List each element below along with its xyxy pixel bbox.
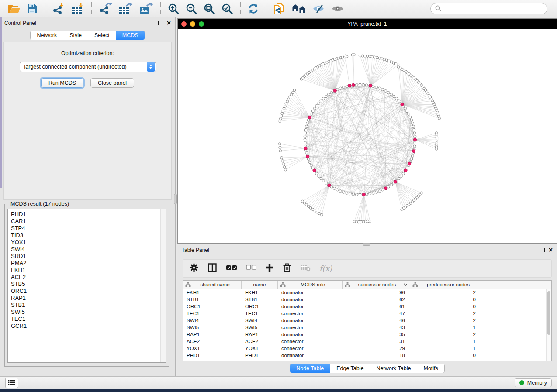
- mcds-result-item[interactable]: CAR1: [11, 218, 166, 225]
- float-panel-icon[interactable]: [158, 21, 163, 25]
- zoom-out-button[interactable]: [183, 2, 201, 16]
- table-row[interactable]: FKH1 FKH1 dominator 96 2: [183, 289, 551, 296]
- mcds-result-item[interactable]: SWI4: [11, 246, 166, 253]
- zoom-in-button[interactable]: [165, 2, 183, 16]
- horizontal-splitter-handle[interactable]: [363, 243, 370, 246]
- float-panel-icon[interactable]: [540, 248, 545, 252]
- mcds-result-item[interactable]: STB5: [11, 281, 166, 288]
- criterion-dropdown[interactable]: largest connected component (undirected): [20, 62, 156, 72]
- scrollbar-thumb[interactable]: [547, 291, 550, 335]
- mcds-result-item[interactable]: SWI5: [11, 309, 166, 316]
- tab-motifs[interactable]: Motifs: [417, 364, 444, 373]
- mcds-result-item[interactable]: YOX1: [11, 239, 166, 246]
- search-field[interactable]: [430, 3, 547, 14]
- mcds-result-item[interactable]: PMA2: [11, 260, 166, 267]
- minimize-traffic-light[interactable]: [190, 21, 195, 27]
- function-builder-button[interactable]: f(x): [319, 264, 332, 273]
- table-row[interactable]: SWI4 SWI4 dominator 46 2: [183, 317, 551, 324]
- tab-edge-table[interactable]: Edge Table: [330, 364, 370, 373]
- settings-gear-button[interactable]: [189, 263, 199, 274]
- open-file-button[interactable]: [4, 2, 24, 16]
- export-network-button[interactable]: [96, 2, 115, 16]
- mcds-result-item[interactable]: SRD1: [11, 253, 166, 260]
- column-header-mcds-role[interactable]: MCDS role: [278, 281, 343, 289]
- tab-network[interactable]: Network: [31, 31, 63, 40]
- memory-button[interactable]: Memory: [515, 378, 552, 387]
- close-panel-button[interactable]: Close panel: [90, 78, 134, 88]
- task-history-button[interactable]: [5, 378, 18, 388]
- mcds-result-item[interactable]: PHD1: [11, 211, 166, 218]
- zoom-selected-button[interactable]: [218, 2, 236, 16]
- table-row[interactable]: YOX1 YOX1 connector 29 1: [183, 345, 551, 352]
- mcds-result-item[interactable]: RAP1: [11, 295, 166, 302]
- export-table-button[interactable]: [115, 2, 136, 16]
- tab-network-table[interactable]: Network Table: [370, 364, 418, 373]
- mcds-result-item[interactable]: STB1: [11, 302, 166, 309]
- column-header-successor-nodes[interactable]: successor nodes: [343, 281, 410, 289]
- network-canvas[interactable]: [178, 29, 557, 243]
- mcds-result-item[interactable]: ACE2: [11, 274, 166, 281]
- table-row[interactable]: ORC1 ORC1 dominator 61 0: [183, 303, 551, 310]
- delete-table-button[interactable]: [300, 264, 311, 273]
- table-panel: Table Panel ×: [177, 245, 557, 376]
- table-row[interactable]: SWI5 SWI5 connector 43 1: [183, 324, 551, 331]
- run-mcds-button[interactable]: Run MCDS: [41, 78, 83, 88]
- table-row[interactable]: STB1 STB1 dominator 62 0: [183, 296, 551, 303]
- column-header-predecessor-nodes[interactable]: predecessor nodes: [410, 281, 481, 289]
- mcds-result-item[interactable]: TID3: [11, 232, 166, 239]
- close-panel-icon[interactable]: ×: [549, 248, 553, 253]
- column-header-shared-name[interactable]: shared name: [183, 281, 242, 289]
- add-entry-button[interactable]: [265, 263, 274, 274]
- gear-icon: [189, 263, 199, 272]
- toolbar-separator: [91, 2, 92, 15]
- network-graph[interactable]: [178, 29, 557, 243]
- table-row[interactable]: TEC1 TEC1 connector 47 2: [183, 310, 551, 317]
- export-image-button[interactable]: [136, 2, 156, 16]
- home-views-button[interactable]: [288, 2, 309, 16]
- control-panel: Control Panel × Network Style Select MCD…: [0, 17, 176, 376]
- tab-node-table[interactable]: Node Table: [290, 364, 330, 373]
- table-body: FKH1 FKH1 dominator 96 2 STB1 STB1 domin…: [183, 289, 551, 359]
- tree-icon: [185, 282, 191, 287]
- zoom-in-icon: [168, 3, 180, 14]
- table-row[interactable]: ACE2 ACE2 connector 31 1: [183, 338, 551, 345]
- table-scrollbar[interactable]: [546, 289, 551, 361]
- mcds-result-list[interactable]: PHD1CAR1STP4TID3YOX1SWI4SRD1PMA2FKH1ACE2…: [7, 209, 166, 363]
- import-network-button[interactable]: [49, 2, 68, 16]
- table-row[interactable]: PHD1 PHD1 dominator 18 0: [183, 352, 551, 359]
- tab-style[interactable]: Style: [63, 31, 88, 40]
- mcds-result-item[interactable]: ORC1: [11, 288, 166, 295]
- close-traffic-light[interactable]: [181, 21, 187, 27]
- dropdown-stepper-icon: [147, 62, 155, 72]
- deselect-all-button[interactable]: [246, 265, 256, 272]
- tab-select[interactable]: Select: [88, 31, 116, 40]
- toolbar-separator: [266, 2, 266, 15]
- refresh-icon: [248, 3, 259, 14]
- mcds-result-item[interactable]: TEC1: [11, 316, 166, 323]
- show-column-button[interactable]: [208, 263, 217, 274]
- save-session-button[interactable]: [24, 2, 41, 16]
- delete-entry-button[interactable]: [283, 263, 291, 274]
- mcds-result-item[interactable]: STP4: [11, 225, 166, 232]
- close-panel-icon[interactable]: ×: [167, 21, 171, 26]
- vertical-splitter-handle[interactable]: [174, 194, 177, 204]
- show-panel-button[interactable]: [329, 2, 347, 16]
- column-header-name[interactable]: name: [242, 281, 278, 289]
- list-scrollbar[interactable]: [160, 209, 166, 362]
- column-header-filler: [481, 281, 551, 289]
- refresh-view-button[interactable]: [245, 2, 262, 16]
- network-window-title: YPA_prune.txt_1: [178, 21, 557, 27]
- memory-label: Memory: [527, 380, 547, 386]
- tab-mcds[interactable]: MCDS: [116, 31, 145, 40]
- mcds-result-title: MCDS result (17 nodes): [8, 201, 71, 207]
- import-table-button[interactable]: [68, 2, 87, 16]
- zoom-fit-button[interactable]: [201, 2, 218, 16]
- select-all-button[interactable]: [226, 264, 237, 273]
- mcds-result-item[interactable]: FKH1: [11, 267, 166, 274]
- hide-panel-button[interactable]: [309, 2, 329, 16]
- duplicate-network-button[interactable]: [270, 2, 288, 16]
- maximize-traffic-light[interactable]: [199, 21, 204, 27]
- search-input[interactable]: [444, 5, 543, 12]
- mcds-result-item[interactable]: GCR1: [11, 323, 166, 330]
- table-row[interactable]: RAP1 RAP1 dominator 35 2: [183, 331, 551, 338]
